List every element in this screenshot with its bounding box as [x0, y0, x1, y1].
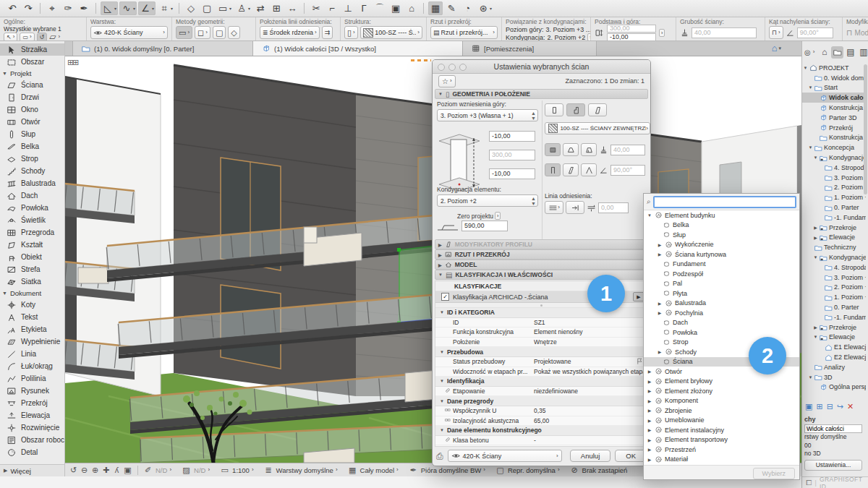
nav-item-ogólna-perspektyw[interactable]: Ogólna perspektyw: [802, 382, 866, 393]
navigator-chooser-icon[interactable]: ◎: [804, 46, 811, 59]
expand-arrow-icon[interactable]: ▶: [647, 437, 652, 442]
zero-chevron[interactable]: ›: [495, 212, 501, 220]
cancel-button[interactable]: Anuluj: [570, 450, 610, 462]
composite-selector[interactable]: 100-SZ ---- Ś... ›: [360, 26, 422, 39]
tool-detail[interactable]: Detal: [0, 446, 64, 458]
search-input[interactable]: [653, 196, 796, 208]
refline-button[interactable]: ›: [545, 201, 563, 214]
prop-row[interactable]: Klasa betonu-: [435, 436, 647, 446]
select-button[interactable]: Wybierz: [753, 468, 795, 479]
prop-row[interactable]: Widoczność w etapach pr...Pokaż we wszys…: [435, 367, 647, 377]
fillet-button[interactable]: ⌒: [373, 1, 387, 15]
suspend-groups-button[interactable]: ◇: [184, 1, 198, 15]
nav-item-2-poziom-+2[interactable]: 2. Poziom +2: [802, 283, 866, 293]
tool-worksheet[interactable]: Obszar roboczy: [0, 434, 64, 446]
classification-item-pochylnia[interactable]: ▶Pochylnia: [644, 308, 799, 318]
profile-l-button[interactable]: [566, 103, 585, 116]
classification-item-płyta[interactable]: Płyta: [644, 288, 799, 299]
toolbox-section-dokument[interactable]: ▼Dokument: [0, 288, 64, 299]
nav-item-projekt[interactable]: ▼PROJEKT: [802, 63, 866, 73]
tool-arrow[interactable]: Strzałka: [0, 43, 64, 56]
dialog-titlebar[interactable]: Ustawienia wybranych ścian: [433, 60, 650, 74]
prop-row[interactable]: Status przebudowyProjektowane: [435, 357, 647, 367]
status-repr-domy-lna[interactable]: ▢Repr. domyślna›: [495, 466, 560, 475]
tool-curtainwall[interactable]: Przegroda: [0, 226, 64, 239]
prop-value[interactable]: Element nienośny: [534, 328, 647, 335]
tool-beam[interactable]: Belka: [0, 140, 64, 153]
tool-marquee[interactable]: Obszar: [0, 56, 64, 68]
expand-arrow-icon[interactable]: ▶: [647, 408, 652, 413]
profile-straight-button[interactable]: [545, 103, 563, 116]
nav-item-techniczny[interactable]: Techniczny: [802, 242, 866, 252]
classification-item-element-budynku[interactable]: ▼Element budynku: [644, 210, 799, 221]
tool-slab[interactable]: Strop: [0, 153, 64, 165]
geometry-chained-button[interactable]: ▢: [213, 26, 226, 39]
classification-item-ściana-kurtynowa[interactable]: ▶Ściana kurtynowa: [644, 249, 799, 260]
classification-item-wykończenie[interactable]: ▶Wykończenie: [644, 240, 799, 250]
tool-fill[interactable]: Wypełnienie: [0, 335, 64, 348]
tool-label[interactable]: Etykieta: [0, 323, 64, 335]
prop-group[interactable]: ▼Przebudowa: [435, 347, 647, 357]
classification-item-pal[interactable]: Pal: [644, 279, 799, 289]
navigator-chooser-chevron[interactable]: ›: [813, 49, 815, 55]
tab-2[interactable]: (1) Widok całości [3D / Wszystko]: [253, 41, 463, 56]
ok-button[interactable]: OK: [615, 450, 647, 462]
nav-item-start[interactable]: ▼Start: [802, 83, 866, 93]
nav-item-elewacje[interactable]: ▶Elewacje: [802, 233, 866, 243]
tool-drawing[interactable]: Rysunek: [0, 385, 64, 397]
tool-opening[interactable]: Otwór: [0, 116, 64, 128]
nav-item-0-widok-domyślny[interactable]: 0. Widok domyślny: [802, 73, 866, 83]
marquee-mode-button[interactable]: ▭▾: [216, 1, 233, 15]
structure-complex-button[interactable]: [581, 143, 597, 156]
thickness-field[interactable]: 40,00: [610, 145, 645, 155]
thickness-input[interactable]: 40,00: [692, 27, 757, 38]
tab-1[interactable]: (1) 0. Widok domyślny [0. Parter]: [72, 41, 253, 56]
nav-item-kondygnacje[interactable]: ▼Kondygnacje: [802, 252, 866, 262]
expand-arrow-icon[interactable]: ▶: [647, 427, 652, 432]
undo-button[interactable]: ↶: [5, 1, 20, 15]
tab-3[interactable]: [Pomieszczenia]: [463, 41, 597, 56]
tool-elevation[interactable]: Elewacja: [0, 409, 64, 421]
classification-item-zbrojenie[interactable]: ▶Zbrojenie: [644, 406, 799, 416]
guide-lines-button[interactable]: ◺▾: [101, 1, 118, 15]
prop-value[interactable]: Projektowane: [534, 358, 636, 365]
section-modyfikatory-profilu[interactable]: ▶MODYFIKATORY PROFILU: [435, 239, 648, 249]
nav-item-elewacje[interactable]: ▼Elewacje: [802, 333, 866, 343]
layoutbook-mode[interactable]: ▤: [844, 46, 856, 59]
3d-style-quick-switch[interactable]: ⌂▾: [772, 43, 781, 53]
nav-item-konstrukcja[interactable]: Konstrukcja: [802, 103, 866, 113]
toolbox-section-projekt[interactable]: ▼Projekt: [0, 68, 64, 79]
wall-straight-button[interactable]: [545, 163, 561, 176]
tool-line[interactable]: Linia: [0, 348, 64, 360]
refline-flip-button-dialog[interactable]: [566, 201, 584, 214]
nav-item-koncepcja[interactable]: ▼Koncepcja: [802, 142, 866, 153]
intersect-button[interactable]: Γ: [357, 1, 371, 15]
pick-params-button[interactable]: ⌖: [45, 1, 59, 15]
zoom-in-icon[interactable]: ⊕: [90, 466, 101, 475]
nav-item-e1-elewacja-fron[interactable]: E1 Elewacja fron: [802, 342, 866, 352]
status-ca-y-model[interactable]: ▦Cały model›: [347, 466, 399, 475]
tool-morph[interactable]: Kształt: [0, 239, 64, 251]
nav-item-przekroje[interactable]: ▶Przekroje: [802, 322, 866, 333]
height-field[interactable]: 300,00: [489, 150, 535, 160]
prop-group[interactable]: ▼Dane przegrody: [435, 396, 647, 406]
nav-item-0-parter[interactable]: 0. Parter: [802, 202, 866, 213]
slant-angle-input[interactable]: 90,00°: [797, 27, 833, 38]
tool-dimension[interactable]: Koty: [0, 299, 64, 311]
expand-arrow-icon[interactable]: ▶: [657, 301, 663, 306]
snap-guides-button[interactable]: ∿▾: [119, 1, 137, 15]
expand-arrow-icon[interactable]: ▶: [657, 310, 663, 315]
nav-item-widok-całości[interactable]: Widok całości: [802, 93, 866, 103]
nav-item-analizy[interactable]: Analizy: [802, 362, 866, 372]
move-button[interactable]: ⇄: [253, 1, 268, 15]
classification-item-umeblowanie[interactable]: ▶Umeblowanie: [644, 416, 799, 426]
section-model[interactable]: ▶MODEL: [435, 260, 648, 270]
nav-item-e2-elewacja-bo[interactable]: E2 Elewacja bo: [802, 352, 866, 362]
top-link-value[interactable]: 3. Poziom +3 ...: [546, 26, 591, 33]
nav-folder-mode-mode[interactable]: [831, 46, 843, 59]
split-button[interactable]: ✂: [309, 1, 323, 15]
expand-arrow-icon[interactable]: ▶: [647, 447, 652, 452]
walk-icon[interactable]: ʎ: [111, 466, 122, 474]
orbit-icon[interactable]: ↺: [68, 466, 79, 475]
classification-item-komponent[interactable]: ▶Komponent: [644, 396, 799, 406]
